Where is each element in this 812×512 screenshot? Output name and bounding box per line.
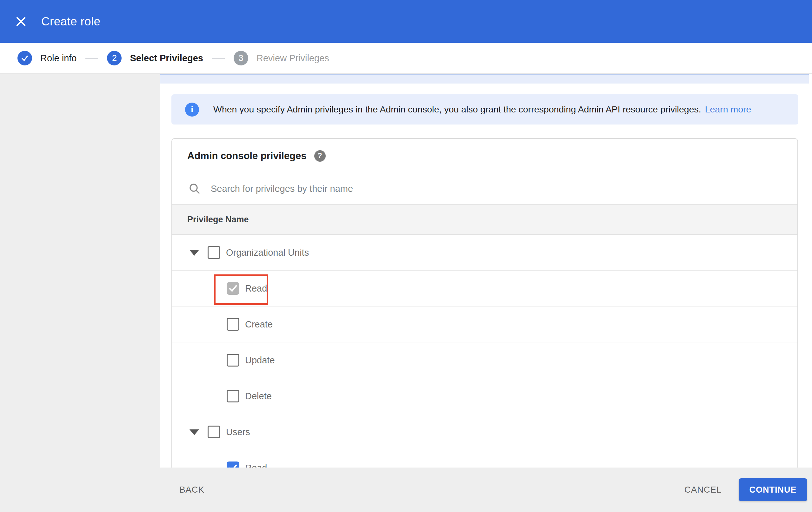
left-sidebar <box>0 74 160 467</box>
privilege-label[interactable]: Create <box>245 319 273 330</box>
card-title: Admin console privileges <box>187 150 307 162</box>
search-row <box>172 173 798 204</box>
step-role-info[interactable]: Role info <box>18 51 77 65</box>
checkbox-unchecked[interactable] <box>227 390 239 402</box>
privilege-row: Delete <box>172 378 798 414</box>
privilege-label[interactable]: Read <box>245 463 267 468</box>
step-connector <box>85 58 98 59</box>
scroll-top-strip <box>160 74 809 84</box>
footer-bar: BACK CANCEL CONTINUE <box>0 467 812 512</box>
continue-button[interactable]: CONTINUE <box>739 478 807 501</box>
content-area: i When you specify Admin privileges in t… <box>160 74 812 467</box>
privilege-row: Create <box>172 306 798 342</box>
search-input[interactable] <box>211 184 687 194</box>
expand-triangle-icon[interactable] <box>190 429 199 435</box>
checkbox-unchecked[interactable] <box>208 246 220 259</box>
privilege-row: Update <box>172 342 798 378</box>
step-3-number: 3 <box>234 51 248 65</box>
search-icon <box>188 183 201 195</box>
info-banner-text: When you specify Admin privileges in the… <box>213 104 701 115</box>
privilege-label[interactable]: Organizational Units <box>226 247 309 258</box>
checkbox-unchecked[interactable] <box>227 318 239 331</box>
card-header: Admin console privileges ? <box>172 139 798 173</box>
privilege-label[interactable]: Read <box>245 283 267 294</box>
checkbox-checked[interactable] <box>227 461 239 467</box>
step-2-label: Select Privileges <box>130 53 203 63</box>
expand-triangle-icon[interactable] <box>190 250 199 256</box>
step-1-check-icon <box>18 51 32 65</box>
step-select-privileges[interactable]: 2 Select Privileges <box>107 51 203 65</box>
step-review-privileges[interactable]: 3 Review Privileges <box>234 51 329 65</box>
dialog-title: Create role <box>41 15 100 28</box>
stepper: Role info 2 Select Privileges 3 Review P… <box>0 43 812 74</box>
checkbox-unchecked[interactable] <box>227 354 239 367</box>
checkbox-unchecked[interactable] <box>208 426 220 438</box>
privilege-row: Organizational Units <box>172 235 798 271</box>
dialog-body: i When you specify Admin privileges in t… <box>0 74 812 467</box>
cancel-button[interactable]: CANCEL <box>685 485 722 495</box>
privilege-rows: Organizational UnitsReadCreateUpdateDele… <box>172 235 798 467</box>
privilege-label[interactable]: Delete <box>245 391 272 402</box>
help-icon[interactable]: ? <box>314 150 326 162</box>
table-header: Privilege Name <box>172 204 798 235</box>
checkbox-checked[interactable] <box>227 282 239 295</box>
step-3-label: Review Privileges <box>257 53 329 63</box>
info-banner: i When you specify Admin privileges in t… <box>171 94 799 125</box>
app-bar: Create role <box>0 0 812 43</box>
create-role-dialog: Create role Role info 2 Select Privilege… <box>0 0 812 512</box>
step-1-label: Role info <box>40 53 77 63</box>
learn-more-link[interactable]: Learn more <box>705 104 751 115</box>
privilege-row: Read <box>172 271 798 306</box>
info-icon: i <box>185 103 199 116</box>
back-button[interactable]: BACK <box>179 485 204 495</box>
privileges-card: Admin console privileges ? Privilege Nam… <box>171 138 798 467</box>
privilege-label[interactable]: Update <box>245 355 275 366</box>
privilege-label[interactable]: Users <box>226 427 250 437</box>
close-icon[interactable] <box>9 10 32 33</box>
step-connector <box>212 58 225 59</box>
footer-actions: CANCEL CONTINUE <box>685 478 812 501</box>
column-header-privilege-name: Privilege Name <box>187 215 249 224</box>
privilege-row: Read <box>172 450 798 467</box>
privilege-row: Users <box>172 414 798 450</box>
step-2-number: 2 <box>107 51 122 65</box>
